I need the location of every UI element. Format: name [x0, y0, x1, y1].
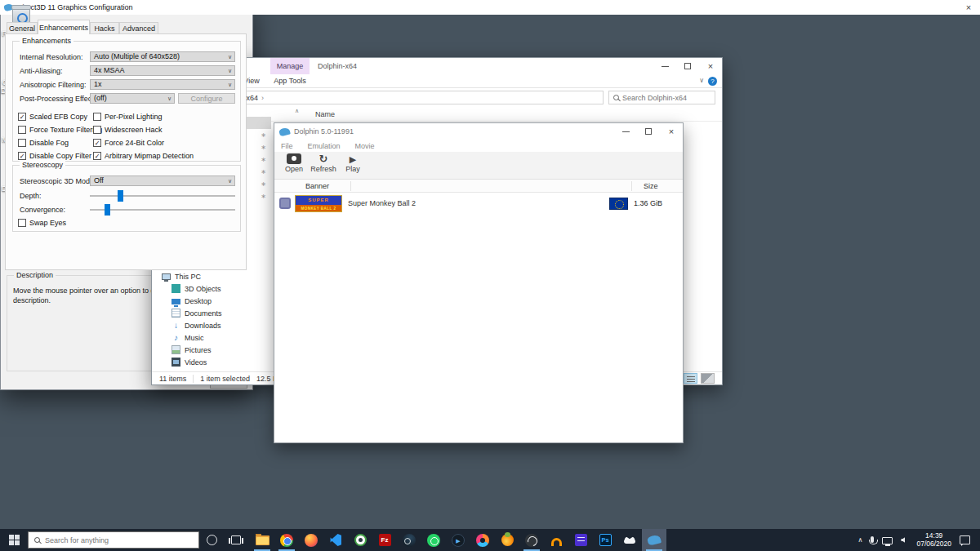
cortana-icon[interactable]	[207, 535, 217, 545]
network-icon[interactable]	[882, 537, 893, 544]
maximize-button[interactable]	[637, 123, 660, 140]
explorer-search-input[interactable]	[622, 94, 710, 102]
anti-aliasing-dropdown[interactable]: 4x MSAA∨	[90, 65, 235, 76]
taskbar-icon-davinci-resolve[interactable]	[470, 529, 495, 551]
internal-resolution-dropdown[interactable]: Auto (Multiple of 640x528)∨	[90, 51, 235, 62]
group-label: Enhancements	[20, 37, 74, 45]
menu-file[interactable]: File	[281, 142, 293, 150]
sidebar-item-music[interactable]: ♪Music	[152, 331, 271, 344]
tab-general[interactable]: General	[7, 22, 38, 34]
convergence-slider-thumb[interactable]	[105, 204, 110, 216]
taskbar-icon-firefox[interactable]	[299, 529, 323, 551]
pin-icon: ∗	[261, 193, 266, 200]
minimize-button[interactable]	[614, 123, 637, 140]
play-button[interactable]: ▶Play	[338, 152, 368, 179]
refresh-button[interactable]: ↻Refresh	[309, 152, 338, 179]
dolphin-app-icon	[278, 127, 291, 136]
sidebar-item-documents-pc[interactable]: Documents	[152, 307, 271, 319]
name-column-header[interactable]: Name	[315, 110, 335, 118]
photoshop-icon: Ps	[599, 534, 612, 546]
music-icon: ♪	[172, 333, 180, 342]
tab-enhancements[interactable]: Enhancements	[38, 20, 90, 34]
configure-button[interactable]: Configure	[178, 93, 235, 104]
tab-hacks[interactable]: Hacks	[90, 22, 119, 34]
sidebar-item-this-pc[interactable]: This PC	[152, 270, 271, 282]
manage-ribbon-context: Manage	[270, 58, 310, 74]
close-button[interactable]: ×	[699, 58, 722, 74]
taskbar-icon-dolphin[interactable]	[642, 529, 666, 551]
ribbon-collapse-icon[interactable]: ∨	[699, 77, 704, 84]
firefox-icon	[305, 534, 318, 547]
taskbar-icon-green-circle-app[interactable]	[348, 529, 372, 551]
checkbox-widescreen-hack[interactable]: Widescreen Hack	[93, 125, 163, 134]
dolphin-window-title: Dolphin 5.0-11991	[294, 127, 354, 136]
tab-advanced[interactable]: Advanced	[119, 22, 158, 34]
checkbox-force-texture-filtering[interactable]: Force Texture Filtering	[18, 125, 102, 134]
dolphin-toolbar: Open ↻Refresh ▶Play	[274, 152, 683, 180]
taskbar-icon-chrome[interactable]	[274, 529, 299, 551]
checkbox-force-24bit-color[interactable]: ✓Force 24-Bit Color	[93, 138, 164, 147]
tray-overflow-icon[interactable]: ∧	[858, 536, 863, 544]
depth-slider[interactable]	[90, 195, 235, 197]
start-button[interactable]	[0, 529, 28, 551]
sort-ascending-icon[interactable]: ∧	[295, 108, 299, 114]
checkbox-disable-fog[interactable]: Disable Fog	[18, 138, 69, 147]
thumbnails-view-icon[interactable]	[701, 373, 715, 384]
selection-summary: 1 item selected	[200, 375, 250, 383]
green-circle-app-icon	[354, 534, 367, 546]
taskbar-icon-vscode[interactable]	[323, 529, 348, 551]
taskbar-icon-audio-app[interactable]	[544, 529, 568, 551]
taskbar-clock[interactable]: 14:39 07/06/2020	[916, 532, 951, 548]
sidebar-item-3d-objects[interactable]: 3D Objects	[152, 282, 271, 295]
checkbox-box	[18, 219, 26, 227]
taskbar-icon-photoshop[interactable]: Ps	[593, 529, 617, 551]
open-button[interactable]: Open	[279, 152, 309, 179]
sidebar-item-pictures-pc[interactable]: Pictures	[152, 344, 271, 356]
menu-movie[interactable]: Movie	[355, 142, 375, 150]
sidebar-item-desktop-pc[interactable]: Desktop	[152, 295, 271, 307]
checkbox-disable-copy-filter[interactable]: ✓Disable Copy Filter	[18, 151, 91, 160]
checkbox-swap-eyes[interactable]: Swap Eyes	[18, 218, 66, 227]
help-icon[interactable]: ?	[708, 77, 717, 86]
details-view-icon[interactable]	[684, 373, 697, 384]
sidebar-item-downloads-pc[interactable]: ↓Downloads	[152, 319, 271, 331]
post-processing-dropdown[interactable]: (off)∨	[90, 93, 175, 104]
microphone-icon[interactable]	[871, 536, 874, 543]
convergence-slider[interactable]	[90, 209, 235, 211]
menu-emulation[interactable]: Emulation	[308, 142, 341, 150]
taskbar-icon-steam[interactable]	[397, 529, 421, 551]
taskbar-icon-whatsapp[interactable]	[421, 529, 446, 551]
action-center-icon[interactable]	[960, 535, 970, 544]
banner-column-header[interactable]: Banner	[305, 182, 329, 190]
close-button[interactable]: ×	[660, 123, 683, 140]
minimize-button[interactable]	[653, 58, 676, 74]
checkbox-arbitrary-mipmap-detection[interactable]: ✓Arbitrary Mipmap Detection	[93, 151, 194, 160]
headphones-icon	[551, 538, 562, 546]
task-view-icon[interactable]	[231, 535, 241, 544]
taskbar-icon-super-monkey-ball[interactable]	[495, 529, 519, 551]
close-button[interactable]: ×	[957, 0, 980, 15]
maximize-button[interactable]	[676, 58, 699, 74]
tab-app-tools[interactable]: App Tools	[270, 74, 310, 88]
speaker-icon[interactable]	[901, 537, 905, 543]
taskbar-icon-filezilla[interactable]: Fz	[372, 529, 397, 551]
taskbar-icon-file-explorer[interactable]	[250, 529, 274, 551]
game-list-row[interactable]: SUPER MONKEY BALL 2 Super Monkey Ball 2 …	[274, 193, 683, 214]
stereoscopic-mode-dropdown[interactable]: Off∨	[90, 176, 235, 186]
taskbar-icon-obs-studio[interactable]	[519, 529, 544, 551]
gamecube-platform-icon	[279, 198, 291, 209]
taskbar-icon-media-player[interactable]: ▶	[446, 529, 470, 551]
depth-slider-thumb[interactable]	[118, 190, 123, 202]
checkbox-per-pixel-lighting[interactable]: Per-Pixel Lighting	[93, 112, 163, 121]
stereoscopic-mode-label: Stereoscopic 3D Mode:	[20, 177, 96, 185]
taskbar-icon-amazon-music[interactable]	[568, 529, 593, 551]
file-list-header: ∧ Name	[271, 107, 722, 122]
obs-studio-icon	[525, 534, 538, 547]
address-box[interactable]: › Dolphin-x64 ›	[197, 91, 604, 104]
size-column-header[interactable]: Size	[644, 182, 658, 190]
checkbox-scaled-efb-copy[interactable]: ✓Scaled EFB Copy	[18, 112, 87, 121]
anisotropic-filtering-dropdown[interactable]: 1x∨	[90, 79, 235, 90]
sidebar-item-videos-pc[interactable]: Videos	[152, 356, 271, 368]
taskbar-icon-white-logo[interactable]	[617, 529, 642, 551]
taskbar-search-input[interactable]	[45, 536, 193, 544]
